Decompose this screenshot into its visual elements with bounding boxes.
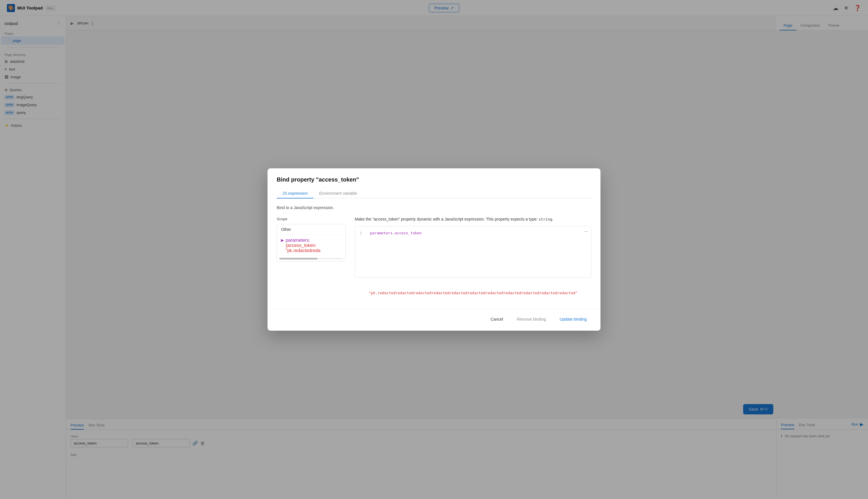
minimize-icon[interactable]: — xyxy=(585,229,587,234)
modal-title: Bind property "access_token" xyxy=(277,177,591,183)
modal-body: Bind to a JavaScript expression. Scope O… xyxy=(267,198,601,308)
code-panel: Make the "access_token" property dynamic… xyxy=(355,217,591,302)
scope-label: Scope xyxy=(277,217,346,221)
scope-panel: Scope Other ▶ parameters: {access_token:… xyxy=(277,217,346,302)
scope-item-parameters[interactable]: ▶ parameters: {access_token: "pk.redacte… xyxy=(277,235,345,256)
modal-header: Bind property "access_token" JS expressi… xyxy=(267,168,601,198)
modal-content-row: Scope Other ▶ parameters: {access_token:… xyxy=(277,217,591,302)
code-editor[interactable]: — 1 parameters.access_token xyxy=(355,226,591,278)
tab-js-expression[interactable]: JS expression xyxy=(277,189,313,198)
update-binding-button[interactable]: Update binding xyxy=(555,315,591,324)
property-description-suffix: . xyxy=(552,217,554,221)
scope-box: Other ▶ parameters: {access_token: "pk.r… xyxy=(277,224,346,261)
property-type: string xyxy=(539,217,552,221)
code-line-1: 1 parameters.access_token xyxy=(360,231,586,235)
result-area: "pk.redactedredactedredactedredactedreda… xyxy=(355,284,591,302)
scope-section-header: Other xyxy=(277,224,345,235)
property-description-prefix: Make the "access_token" property dynamic… xyxy=(355,217,539,221)
line-number: 1 xyxy=(360,231,365,235)
modal-tabs: JS expression Environment variable xyxy=(277,189,591,198)
scope-scrollbar-thumb xyxy=(279,258,318,259)
modal: Bind property "access_token" JS expressi… xyxy=(267,168,601,331)
modal-footer: Cancel Remove binding Update binding xyxy=(267,308,601,331)
scope-scrollbar[interactable] xyxy=(279,258,343,259)
scope-item-value: {access_token: "pk.redactedreda xyxy=(286,243,320,253)
property-description: Make the "access_token" property dynamic… xyxy=(355,217,591,221)
remove-binding-button[interactable]: Remove binding xyxy=(512,315,550,324)
modal-description: Bind to a JavaScript expression. xyxy=(277,205,591,210)
result-value: "pk.redactedredactedredactedredactedreda… xyxy=(369,291,578,295)
scope-arrow-icon: ▶ xyxy=(281,238,284,242)
cancel-button[interactable]: Cancel xyxy=(486,315,508,324)
code-content: parameters.access_token xyxy=(370,231,422,235)
modal-overlay[interactable]: Bind property "access_token" JS expressi… xyxy=(0,0,868,499)
scope-item-key: parameters: xyxy=(286,238,310,243)
tab-env-variable[interactable]: Environment variable xyxy=(313,189,363,198)
